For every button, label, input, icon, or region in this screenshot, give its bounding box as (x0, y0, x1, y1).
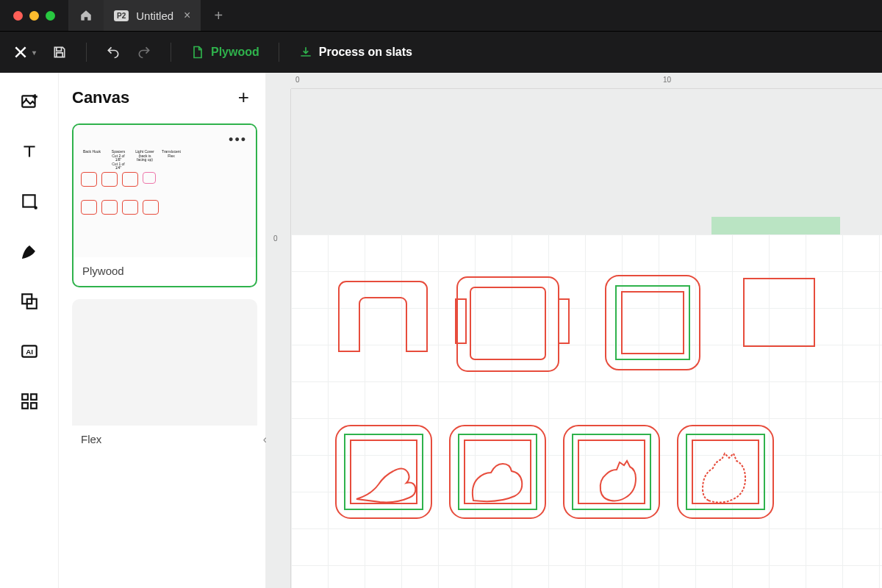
insert-image-tool[interactable] (18, 90, 40, 112)
card-label: Plywood (74, 257, 256, 286)
window-minimize-dot[interactable] (29, 11, 39, 21)
ruler-tick: 10 (663, 76, 671, 84)
svg-rect-22 (459, 434, 537, 509)
doc-badge: P2 (114, 10, 129, 21)
svg-rect-25 (573, 434, 650, 509)
window-close-dot[interactable] (13, 11, 23, 21)
shape-back-hook[interactable] (335, 274, 431, 362)
redo-icon (137, 45, 151, 60)
ruler-tick: 0 (295, 76, 300, 84)
process-label: Process on slats (319, 46, 412, 59)
new-tab-button[interactable]: + (201, 7, 236, 24)
shape-spacers[interactable] (453, 271, 574, 378)
svg-rect-10 (22, 403, 28, 409)
grid-icon (20, 392, 39, 411)
svg-rect-19 (345, 434, 423, 509)
process-mode[interactable]: Process on slats (298, 45, 412, 60)
slats-icon (298, 45, 313, 60)
svg-rect-9 (31, 394, 37, 400)
material-label: Plywood (211, 46, 259, 59)
svg-rect-8 (22, 394, 28, 400)
close-icon[interactable]: × (184, 9, 190, 22)
vector-tool[interactable] (18, 240, 40, 262)
shape-cat-2[interactable] (445, 421, 552, 524)
card-menu-icon[interactable]: ••• (229, 132, 247, 148)
home-icon (79, 9, 93, 22)
ruler-horizontal: 0 10 (291, 73, 882, 89)
apps-tool[interactable] (18, 390, 40, 412)
file-icon (190, 45, 205, 60)
text-tool[interactable] (18, 140, 40, 162)
save-button[interactable] (52, 45, 67, 60)
ai-icon: AI (20, 342, 39, 361)
svg-text:AI: AI (26, 348, 33, 356)
material-selector[interactable]: Plywood (190, 45, 259, 60)
svg-rect-16 (622, 292, 684, 354)
svg-rect-23 (465, 440, 531, 503)
undo-icon (106, 45, 121, 60)
boolean-tool[interactable] (18, 290, 40, 312)
canvas-card-plywood[interactable]: ••• Back HookSpacersCut 2 of 1/8"Cut 1 o… (72, 123, 257, 287)
svg-rect-14 (606, 276, 700, 370)
combine-icon (20, 292, 39, 311)
svg-point-3 (34, 207, 37, 209)
shape-cat-3[interactable] (559, 421, 666, 524)
ruler-vertical: 0 (266, 89, 291, 588)
svg-point-1 (25, 98, 27, 100)
shape-translucent-flex[interactable] (742, 277, 823, 354)
ruler-tick: 0 (273, 234, 278, 243)
svg-rect-17 (744, 279, 814, 346)
app-menu[interactable]: ▾ (13, 45, 36, 60)
doc-title: Untitled (136, 10, 173, 22)
artboard[interactable] (291, 234, 882, 588)
add-canvas-button[interactable]: + (238, 86, 249, 109)
save-icon (52, 45, 67, 60)
svg-rect-11 (31, 403, 37, 409)
app-logo-icon (13, 45, 28, 60)
square-icon (20, 192, 39, 211)
shape-tool[interactable] (18, 190, 40, 212)
svg-rect-15 (616, 286, 689, 359)
home-tab[interactable] (68, 0, 104, 31)
image-plus-icon (20, 92, 39, 111)
shape-cat-4[interactable] (673, 421, 780, 524)
redo-button[interactable] (137, 45, 151, 60)
text-icon (20, 142, 39, 161)
shape-light-cover[interactable] (601, 271, 704, 374)
undo-button[interactable] (106, 45, 121, 60)
pen-icon (20, 242, 39, 261)
canvas-card-flex[interactable]: Flex (72, 299, 257, 454)
shape-cat-1[interactable] (331, 421, 438, 524)
window-zoom-dot[interactable] (46, 11, 55, 21)
svg-rect-13 (559, 299, 569, 343)
svg-rect-29 (692, 440, 759, 503)
chevron-down-icon: ▾ (32, 49, 36, 57)
panel-title: Canvas (72, 88, 129, 107)
svg-rect-2 (23, 195, 35, 207)
ai-tool[interactable]: AI (18, 340, 40, 362)
svg-rect-28 (686, 434, 764, 509)
thumbnail-preview: Back HookSpacersCut 2 of 1/8"Cut 1 of 1/… (81, 150, 181, 215)
card-label: Flex (72, 426, 257, 454)
document-tab[interactable]: P2 Untitled × (104, 0, 201, 31)
